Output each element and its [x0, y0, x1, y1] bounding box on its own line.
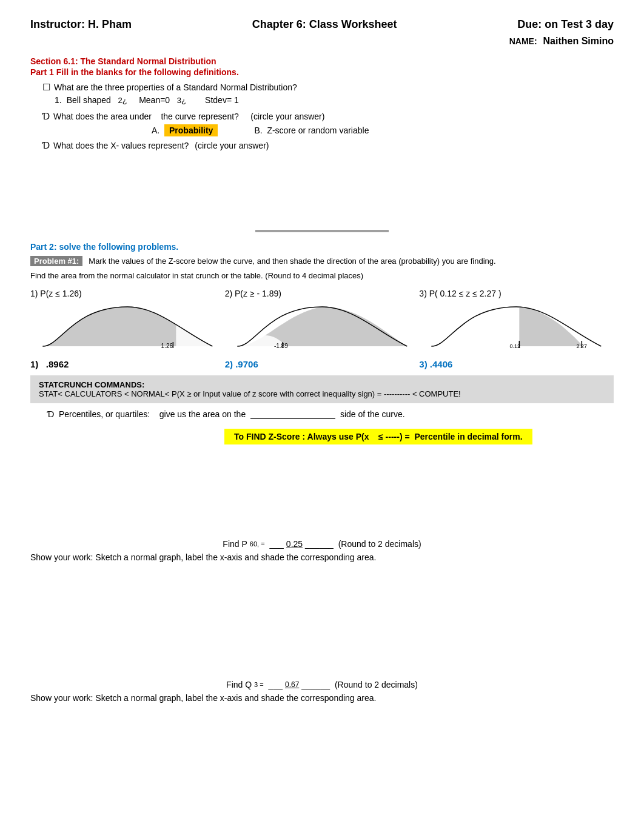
- answer-a-probability: Probability: [164, 124, 218, 136]
- find-q-value: 0.67: [285, 680, 299, 689]
- due-date: Due: on Test 3 day: [517, 18, 614, 31]
- bell-curves-row: 1.26 -1.89 0.12 2.27: [30, 301, 614, 355]
- svg-text:1.26: 1.26: [161, 343, 173, 349]
- q1-answer-row: 1. Bell shaped 2¿ Mean=0 3¿ Stdev= 1: [55, 95, 614, 105]
- problem1-desc2: Find the area from the normal calculator…: [30, 270, 614, 282]
- section-title: Section 6.1: The Standard Normal Distrib…: [30, 56, 614, 66]
- circle-answer-row: A. Probability B. Z-score or random vari…: [152, 126, 614, 135]
- find-q-row: Find Q 3 = ___ 0.67 ______ (Round to 2 d…: [30, 680, 614, 689]
- percentile-text: Percentiles, or quartiles: give us the a…: [59, 409, 405, 419]
- find-p-parens: (Round to 2 decimals): [336, 539, 421, 549]
- find-q-parens: (Round to 2 decimals): [332, 680, 418, 689]
- percentile-row: Ɗ Percentiles, or quartiles: give us the…: [47, 409, 614, 419]
- problems-row: 1) P(z ≤ 1.26) 2) P(z ≥ - 1.89) 3) P( 0.…: [30, 289, 614, 298]
- q3-row: Ɗ What does the X- values represent? (ci…: [42, 140, 614, 151]
- q1-answer: Bell shaped 2¿ Mean=0 3¿ Stdev= 1: [67, 95, 239, 105]
- problem-1: 1) P(z ≤ 1.26): [30, 289, 225, 298]
- answers-row: 1) .8962 2) .9706 3) .4406: [30, 359, 614, 369]
- yellow-box: To FIND Z-Score : Always use P(x ≤ -----…: [224, 429, 532, 444]
- problem1-desc: Mark the values of the Z-score below the…: [89, 257, 495, 266]
- show-work-2: Show your work: Sketch a normal graph, l…: [30, 693, 614, 703]
- answer-3: 3) .4406: [419, 359, 614, 369]
- show-work-1: Show your work: Sketch a normal graph, l…: [30, 552, 614, 562]
- name-row: NAME: Naithen Simino: [30, 36, 614, 47]
- find-p-blank-label: ___: [267, 539, 284, 549]
- problem-2: 2) P(z ≥ - 1.89): [225, 289, 420, 298]
- name-label: NAME:: [509, 36, 537, 46]
- part2-title: Part 2: solve the following problems.: [30, 242, 614, 252]
- q3-parens: (circle your answer): [195, 141, 269, 150]
- yellow-box-wrapper: To FIND Z-Score : Always use P(x ≤ -----…: [127, 424, 614, 449]
- q3-text: What does the X- values represent?: [53, 141, 189, 150]
- q3-bullet: Ɗ: [42, 140, 50, 151]
- svg-text:-1.89: -1.89: [274, 343, 288, 349]
- find-q-blank2: ______: [301, 680, 330, 689]
- svg-text:0.12: 0.12: [510, 343, 521, 349]
- statcrunch-line: STAT< CALCULATORS < NORMAL< P(X ≥ or Inp…: [39, 389, 605, 398]
- part1-title: Part 1 Fill in the blanks for the follow…: [30, 67, 614, 77]
- statcrunch-title: STATCRUNCH COMMANDS:: [39, 380, 605, 389]
- statcrunch-box: STATCRUNCH COMMANDS: STAT< CALCULATORS <…: [30, 375, 614, 403]
- q1-bullet: ☐: [42, 82, 50, 93]
- find-p-blank2: ______: [305, 539, 334, 549]
- find-q-blank-label: ___: [266, 680, 283, 689]
- q2-row: Ɗ What does the area under the curve rep…: [42, 111, 614, 122]
- problem1-label: Problem #1:: [30, 256, 82, 266]
- spacer1: [30, 157, 614, 230]
- find-q-prefix: Find Q: [226, 680, 252, 689]
- name-value: Naithen Simino: [543, 36, 614, 47]
- problem1-header: Problem #1: Mark the values of the Z-sco…: [30, 255, 614, 267]
- find-p-sub: 60, =: [250, 540, 265, 548]
- answer-2: 2) .9706: [225, 359, 420, 369]
- divider-line: [255, 230, 389, 232]
- header-row: Instructor: H. Pham Chapter 6: Class Wor…: [30, 18, 614, 31]
- find-p-value: 0.25: [286, 539, 303, 549]
- find-p-row: Find P 60, = ___ 0.25 ______ (Round to 2…: [30, 539, 614, 549]
- answer-a-label: A. Probability: [152, 126, 218, 135]
- instructor-label: Instructor: H. Pham: [30, 18, 132, 31]
- q1-row: ☐ What are the three properties of a Sta…: [42, 82, 614, 93]
- q2-bullet: Ɗ: [42, 111, 50, 122]
- svg-text:2.27: 2.27: [577, 343, 588, 349]
- problem-3: 3) P( 0.12 ≤ z ≤ 2.27 ): [419, 289, 614, 298]
- find-p-prefix: Find P: [223, 539, 247, 549]
- bell-curve-1: 1.26: [30, 301, 225, 355]
- percentile-bullet: Ɗ: [47, 409, 54, 419]
- q1-num: 1.: [55, 95, 62, 105]
- spacer2: [30, 454, 614, 503]
- page-title: Chapter 6: Class Worksheet: [252, 18, 397, 31]
- bell-curve-2: -1.89: [225, 301, 420, 355]
- answer-1: 1) .8962: [30, 359, 225, 369]
- q2-text: What does the area under the curve repre…: [53, 112, 324, 121]
- bell-curve-3: 0.12 2.27: [419, 301, 614, 355]
- answer-b-label: B. Z-score or random variable: [254, 126, 369, 135]
- q1-text: What are the three properties of a Stand…: [54, 82, 297, 92]
- spacer3: [30, 565, 614, 625]
- find-q-sub: 3 =: [254, 681, 264, 688]
